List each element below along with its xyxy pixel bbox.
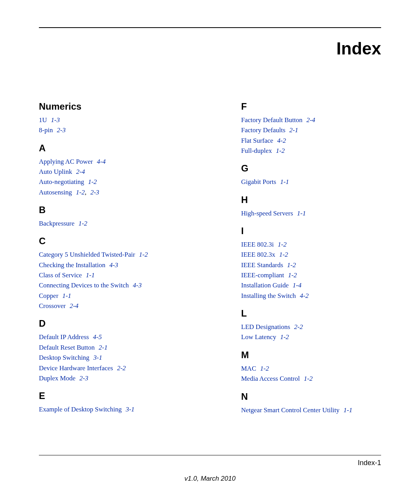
index-page-ref[interactable]: 1-2 xyxy=(259,365,269,372)
index-term: 1U xyxy=(39,116,47,124)
index-entry[interactable]: Factory Defaults 2-1 xyxy=(241,125,404,135)
index-page-ref[interactable]: 2-3 xyxy=(55,126,66,134)
index-entry[interactable]: IEEE-compliant 1-2 xyxy=(241,270,404,280)
section-heading: L xyxy=(241,308,404,319)
section-heading: A xyxy=(39,143,202,154)
index-page-ref[interactable]: 1-2 xyxy=(302,375,313,382)
index-page-ref[interactable]: 1-4 xyxy=(291,282,301,289)
index-entry[interactable]: Low Latency 1-2 xyxy=(241,332,404,342)
index-page-ref[interactable]: 1-1 xyxy=(61,292,71,299)
index-page-ref[interactable]: 1-2 xyxy=(278,251,288,258)
index-entry[interactable]: Factory Default Button 2-4 xyxy=(241,115,404,125)
index-entry[interactable]: Connecting Devices to the Switch 4-3 xyxy=(39,280,202,290)
index-entry[interactable]: Class of Service 1-1 xyxy=(39,270,202,280)
page-title: Index xyxy=(39,39,381,58)
index-entry[interactable]: Auto Uplink 2-4 xyxy=(39,167,202,177)
index-page-ref[interactable]: 2-1 xyxy=(97,344,108,351)
index-page-ref[interactable]: 1-2 xyxy=(74,189,85,196)
index-page-ref[interactable]: 1-1 xyxy=(342,406,352,414)
index-entry[interactable]: High-speed Servers 1-1 xyxy=(241,208,404,219)
index-page-ref[interactable]: 2-2 xyxy=(116,364,126,372)
index-entry[interactable]: MAC 1-2 xyxy=(241,364,404,374)
index-entry[interactable]: Example of Desktop Switching 3-1 xyxy=(39,404,202,415)
index-entry[interactable]: Crossover 2-4 xyxy=(39,301,202,311)
index-page-ref[interactable]: 1-2 xyxy=(137,251,148,258)
index-term: Default Reset Button xyxy=(39,344,95,351)
index-page-ref[interactable]: 1-3 xyxy=(49,116,60,124)
index-entry[interactable]: Copper 1-1 xyxy=(39,291,202,301)
index-page-ref[interactable]: 3-1 xyxy=(92,354,102,361)
index-entry[interactable]: Installing the Switch 4-2 xyxy=(241,291,404,301)
index-section: IIEEE 802.3i 1-2IEEE 802.3x 1-2IEEE Stan… xyxy=(241,226,404,301)
section-heading: D xyxy=(39,318,202,329)
index-page-ref[interactable]: 2-4 xyxy=(305,116,315,124)
index-entry[interactable]: Flat Surface 4-2 xyxy=(241,136,404,146)
index-page-ref[interactable]: 1-2 xyxy=(286,271,297,279)
index-page-ref[interactable]: 4-3 xyxy=(131,282,142,289)
index-page-ref[interactable]: 4-2 xyxy=(276,137,286,144)
index-page-ref[interactable]: 2-3 xyxy=(78,374,88,382)
section-heading: G xyxy=(241,163,404,174)
index-entry[interactable]: 8-pin 2-3 xyxy=(39,125,202,135)
index-term: LED Designations xyxy=(241,323,290,331)
index-entry[interactable]: Category 5 Unshielded Twisted-Pair 1-2 xyxy=(39,250,202,260)
index-term: Duplex Mode xyxy=(39,374,75,382)
index-term: Copper xyxy=(39,292,58,299)
index-entry[interactable]: IEEE 802.3i 1-2 xyxy=(241,240,404,250)
section-heading: E xyxy=(39,390,202,401)
index-entry[interactable]: Device Hardware Interfaces 2-2 xyxy=(39,363,202,373)
index-page-ref[interactable]: 1-1 xyxy=(296,210,306,217)
index-entry[interactable]: Duplex Mode 2-3 xyxy=(39,373,202,383)
index-entry[interactable]: Default Reset Button 2-1 xyxy=(39,343,202,353)
index-entry[interactable]: Checking the Installation 4-3 xyxy=(39,260,202,270)
index-page-ref[interactable]: 2-4 xyxy=(68,302,79,310)
index-page-ref[interactable]: 2-4 xyxy=(74,168,85,175)
index-page-ref[interactable]: 4-3 xyxy=(108,261,118,269)
index-page-ref[interactable]: 3-1 xyxy=(124,406,135,413)
index-page-ref[interactable]: 4-5 xyxy=(91,333,102,341)
index-page-ref[interactable]: 4-2 xyxy=(298,292,309,299)
left-column: Numerics1U 1-38-pin 2-3AApplying AC Powe… xyxy=(39,101,202,422)
index-page-ref[interactable]: 1-2 xyxy=(86,178,97,186)
section-heading: M xyxy=(241,350,404,360)
index-term: IEEE 802.3i xyxy=(241,241,274,248)
index-entry[interactable]: IEEE 802.3x 1-2 xyxy=(241,250,404,260)
index-entry[interactable]: Netgear Smart Control Center Utility 1-1 xyxy=(241,405,404,415)
index-term: Factory Default Button xyxy=(241,116,303,124)
index-entry[interactable]: Media Access Control 1-2 xyxy=(241,374,404,384)
index-term: IEEE 802.3x xyxy=(241,251,275,258)
index-entry[interactable]: Desktop Switching 3-1 xyxy=(39,353,202,363)
index-page-ref[interactable]: 1-1 xyxy=(278,178,289,186)
index-section: MMAC 1-2Media Access Control 1-2 xyxy=(241,350,404,384)
ref-separator: , xyxy=(85,189,86,196)
index-term: Autosensing xyxy=(39,189,72,196)
section-heading: C xyxy=(39,236,202,247)
index-entry[interactable]: Auto-negotiating 1-2 xyxy=(39,177,202,187)
index-page-ref[interactable]: 2-1 xyxy=(288,126,298,134)
page: Index Numerics1U 1-38-pin 2-3AApplying A… xyxy=(0,0,420,504)
index-entry[interactable]: Applying AC Power 4-4 xyxy=(39,157,202,167)
index-section: DDefault IP Address 4-5Default Reset But… xyxy=(39,318,202,383)
index-page-ref[interactable]: 4-4 xyxy=(95,158,106,165)
index-term: Installation Guide xyxy=(241,282,289,289)
index-page-ref[interactable]: 2-2 xyxy=(292,323,303,331)
index-page-ref[interactable]: 1-2 xyxy=(278,333,289,341)
index-page-ref[interactable]: 2-3 xyxy=(89,189,99,196)
index-entry[interactable]: IEEE Standards 1-2 xyxy=(241,260,404,270)
index-page-ref[interactable]: 1-2 xyxy=(274,147,285,154)
index-page-ref[interactable]: 1-1 xyxy=(84,271,94,279)
index-term: Connecting Devices to the Switch xyxy=(39,282,129,289)
index-entry[interactable]: Gigabit Ports 1-1 xyxy=(241,177,404,187)
index-term: Class of Service xyxy=(39,271,82,279)
index-entry[interactable]: 1U 1-3 xyxy=(39,115,202,125)
top-rule xyxy=(39,27,381,28)
index-page-ref[interactable]: 1-2 xyxy=(285,261,296,269)
index-entry[interactable]: Default IP Address 4-5 xyxy=(39,332,202,342)
index-page-ref[interactable]: 1-2 xyxy=(77,220,88,227)
index-entry[interactable]: Full-duplex 1-2 xyxy=(241,146,404,156)
index-entry[interactable]: Autosensing 1-2, 2-3 xyxy=(39,187,202,198)
index-entry[interactable]: LED Designations 2-2 xyxy=(241,322,404,332)
index-page-ref[interactable]: 1-2 xyxy=(276,241,287,248)
index-entry[interactable]: Backpressure 1-2 xyxy=(39,219,202,229)
index-entry[interactable]: Installation Guide 1-4 xyxy=(241,280,404,290)
